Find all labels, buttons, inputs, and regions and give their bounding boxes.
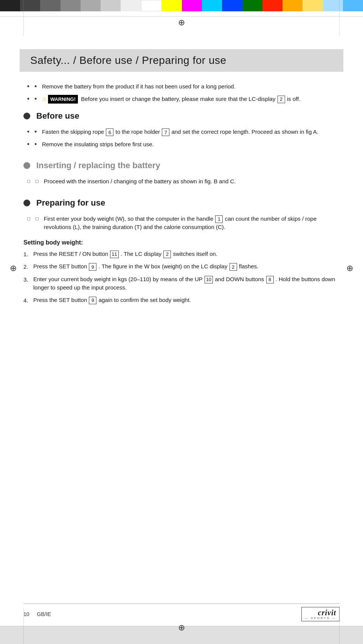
- numbered-steps-list: 1. Press the RESET / ON button 11 . The …: [23, 250, 340, 305]
- prep-text-1: First enter your body weight (W), so tha…: [44, 215, 340, 232]
- reg-mark-right: ⊕: [344, 263, 355, 274]
- logo-sub: — SPORTS —: [305, 616, 336, 620]
- footer-locale: GB/IE: [37, 611, 51, 617]
- inserting-text-1: Proceed with the insertion / changing of…: [44, 177, 236, 186]
- preparing-item-1: □ First enter your body weight (W), so t…: [23, 215, 340, 232]
- page-title: Safety... / Before use / Preparing for u…: [30, 54, 333, 67]
- step3-text-mid: and DOWN buttons: [215, 276, 264, 282]
- inserting-heading: Inserting / replacing the battery: [36, 161, 160, 170]
- preparing-heading-row: Preparing for use: [23, 198, 340, 208]
- crop-line-top: [0, 16, 363, 17]
- preparing-section: Preparing for use □ First enter your bod…: [23, 198, 340, 305]
- rope-num-6: 6: [106, 128, 113, 136]
- step2-num-2: 2: [230, 263, 237, 271]
- step-4: 4. Press the SET button 9 again to confi…: [23, 296, 340, 305]
- battery-warnings: ■ Remove the battery from the product if…: [23, 82, 340, 104]
- reg-mark-left: ⊕: [8, 263, 19, 274]
- before-use-section: Before use ■ Fasten the skipping rope 6 …: [23, 111, 340, 149]
- step-num-3: 3.: [23, 275, 33, 284]
- bu-text-1c: and set the correct rope length. Proceed…: [171, 128, 318, 135]
- bullet-text-1: Remove the battery from the product if i…: [42, 82, 236, 91]
- crop-line-bottom: [0, 626, 363, 626]
- step2-text-c: flashes.: [239, 263, 259, 269]
- before-use-heading-row: Before use: [23, 111, 340, 121]
- step1-num-2: 2: [163, 251, 171, 258]
- step1-text-a: Press the RESET / ON button: [33, 251, 108, 257]
- bullet-item-2: ■ ⚠WARNING! Before you insert or change …: [23, 95, 340, 104]
- preparing-bullet: [23, 200, 30, 206]
- step-text-4: Press the SET button 9 again to confirm …: [33, 296, 340, 305]
- step-3: 3. Enter your current body weight in kgs…: [23, 275, 340, 292]
- warning-triangle-icon: ⚠: [42, 95, 47, 103]
- bullet-item-1: ■ Remove the battery from the product if…: [23, 82, 340, 91]
- bu-icon-1: ■: [34, 129, 36, 135]
- bullet-icon-2: ■: [34, 96, 36, 102]
- inserting-heading-row: Inserting / replacing the battery: [23, 161, 340, 170]
- warning-text-after: is off.: [287, 96, 301, 102]
- before-use-list: ■ Fasten the skipping rope 6 to the rope…: [23, 128, 340, 149]
- title-bar: Safety... / Before use / Preparing for u…: [20, 49, 343, 72]
- inserting-bullet: [23, 162, 30, 169]
- handle-num-1: 1: [215, 215, 223, 223]
- step-num-2: 2.: [23, 262, 33, 271]
- crivit-logo: crivit — SPORTS —: [301, 607, 340, 621]
- bu-text-1: Fasten the skipping rope 6 to the rope h…: [42, 128, 318, 136]
- crop-vline-left: [23, 0, 24, 36]
- display-num-2: 2: [278, 96, 285, 103]
- step-text-2: Press the SET button 9 . The figure in t…: [33, 262, 340, 271]
- page-footer: 10 GB/IE crivit — SPORTS —: [23, 604, 340, 621]
- step3-num-10: 10: [205, 276, 213, 283]
- warning-badge: WARNING!: [48, 95, 78, 104]
- bu-text-1b: to the rope holder: [116, 128, 160, 135]
- setting-body-weight-heading: Setting body weight:: [23, 239, 340, 246]
- step-num-4: 4.: [23, 296, 33, 305]
- step2-num-9: 9: [89, 263, 96, 271]
- step2-text-a: Press the SET button: [33, 263, 87, 269]
- reg-mark-top: ⊕: [176, 17, 187, 28]
- step1-text-b: . The LC display: [121, 251, 161, 257]
- crop-vline-right-bottom: [339, 608, 340, 644]
- inserting-list: □ Proceed with the insertion / changing …: [23, 177, 340, 186]
- color-bar: [0, 0, 363, 11]
- bu-text-2: Remove the insulating strips before firs…: [42, 140, 154, 149]
- preparing-list: □ First enter your body weight (W), so t…: [23, 215, 340, 232]
- page-content: Safety... / Before use / Preparing for u…: [23, 11, 340, 339]
- step-num-1: 1.: [23, 250, 33, 259]
- inserting-item-1: □ Proceed with the insertion / changing …: [23, 177, 340, 186]
- prep-text-1a: First enter your body weight (W), so tha…: [44, 215, 214, 222]
- crop-vline-left-bottom: [23, 608, 24, 644]
- step4-text-a: Press the SET button: [33, 297, 87, 303]
- before-use-item-1: ■ Fasten the skipping rope 6 to the rope…: [23, 128, 340, 136]
- bullet-icon-1: ■: [34, 84, 36, 89]
- footer-page-number: 10: [23, 611, 29, 617]
- preparing-heading: Preparing for use: [36, 198, 105, 208]
- step3-text-a: Enter your current body weight in kgs (2…: [33, 276, 202, 282]
- step-1: 1. Press the RESET / ON button 11 . The …: [23, 250, 340, 259]
- inserting-section: Inserting / replacing the battery □ Proc…: [23, 161, 340, 186]
- step4-num-9: 9: [89, 297, 96, 304]
- rope-holder-num-7: 7: [162, 128, 169, 136]
- before-use-item-2: ■ Remove the insulating strips before fi…: [23, 140, 340, 149]
- before-use-heading: Before use: [36, 111, 79, 121]
- bu-text-1a: Fasten the skipping rope: [42, 128, 104, 135]
- step-text-3: Enter your current body weight in kgs (2…: [33, 275, 340, 292]
- reg-mark-bottom: ⊕: [176, 622, 187, 633]
- step4-text-mid: again to confirm the set body weight.: [99, 297, 191, 303]
- inserting-icon-1: □: [36, 178, 39, 185]
- prep-icon-1: □: [36, 215, 39, 223]
- bu-icon-2: ■: [34, 142, 36, 147]
- step-text-1: Press the RESET / ON button 11 . The LC …: [33, 250, 340, 259]
- warning-text-before: Before you insert or change the battery,…: [81, 96, 275, 102]
- crop-vline-right: [339, 0, 340, 36]
- bullet-text-2: ⚠WARNING! Before you insert or change th…: [42, 95, 300, 104]
- before-use-bullet: [23, 113, 30, 119]
- step2-text-b: . The figure in the W box (weight) on th…: [99, 263, 228, 269]
- step-2: 2. Press the SET button 9 . The figure i…: [23, 262, 340, 271]
- step1-text-c: switches itself on.: [173, 251, 217, 257]
- step1-num-11: 11: [110, 251, 118, 258]
- step3-num-8: 8: [266, 276, 274, 283]
- logo-text: crivit: [318, 608, 336, 617]
